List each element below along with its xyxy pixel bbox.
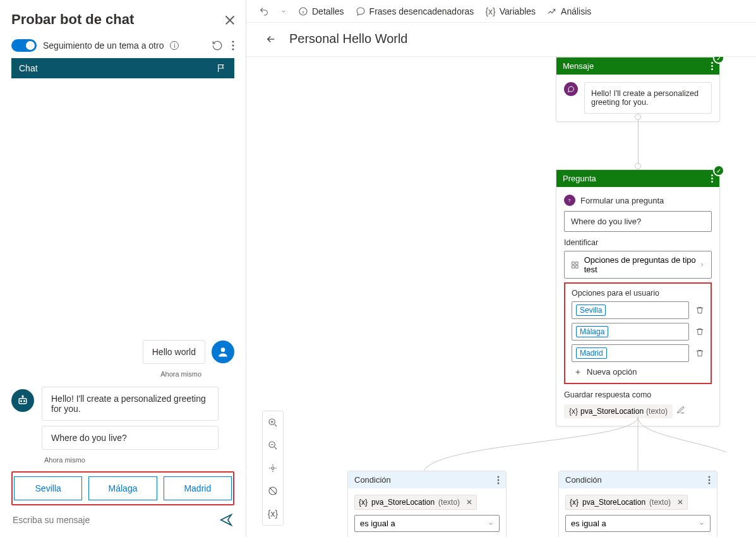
page-title: Personal Hello World: [289, 32, 408, 46]
user-options-section: Opciones para el usuario Sevilla Málaga …: [564, 282, 712, 384]
fit-button[interactable]: [263, 457, 283, 480]
option-input-2[interactable]: Málaga: [572, 323, 689, 341]
svg-point-19: [709, 482, 711, 484]
svg-point-15: [498, 479, 500, 481]
variables-panel-button[interactable]: {x}: [263, 502, 283, 525]
condition-header: Condición: [354, 475, 391, 485]
chat-body: Hello world Ahora mismo Hello! I'll crea…: [11, 78, 234, 531]
remove-icon[interactable]: ✕: [466, 498, 472, 507]
svg-point-2: [232, 48, 234, 50]
option-input-1[interactable]: Sevilla: [572, 301, 689, 319]
zoom-out-button[interactable]: [263, 434, 283, 457]
node-menu-icon[interactable]: [497, 476, 500, 485]
save-response-label: Guardar respuesta como: [564, 390, 712, 399]
zoom-in-button[interactable]: [263, 411, 283, 434]
question-text-input[interactable]: [564, 211, 712, 232]
condition-variable-chip[interactable]: {x}pva_StoreLocation (texto) ✕: [565, 495, 688, 510]
ask-question-label: Formular una pregunta: [580, 196, 664, 205]
svg-point-6: [24, 401, 25, 402]
svg-text:?: ?: [568, 198, 571, 203]
option-sevilla[interactable]: Sevilla: [14, 476, 82, 500]
svg-point-3: [221, 347, 225, 352]
operator-select[interactable]: es igual a: [565, 515, 711, 532]
svg-point-7: [22, 395, 23, 397]
condition-node-2[interactable]: Condición {x}pva_StoreLocation (texto) ✕…: [558, 471, 717, 537]
svg-point-16: [498, 482, 500, 484]
message-node[interactable]: ✓ Mensaje Hello! I'll create a personali…: [556, 57, 720, 122]
undo-button[interactable]: [259, 6, 269, 16]
new-option-button[interactable]: Nueva opción: [574, 367, 704, 377]
node-menu-icon[interactable]: [708, 476, 711, 485]
info-icon[interactable]: i: [170, 41, 179, 50]
question-node-header: Pregunta: [563, 174, 596, 183]
svg-rect-13: [575, 266, 578, 268]
flow-canvas[interactable]: ✓ Mensaje Hello! I'll create a personali…: [246, 57, 756, 537]
bot-message-1: Hello! I'll create a personalized greeti…: [42, 387, 219, 421]
connector-dot: [635, 114, 641, 120]
edit-icon[interactable]: [676, 406, 685, 414]
delete-icon[interactable]: [695, 349, 704, 358]
user-message-time: Ahora mismo: [11, 370, 201, 378]
close-icon[interactable]: [224, 15, 234, 25]
svg-point-0: [232, 40, 234, 42]
bot-message-2: Where do you live?: [42, 426, 219, 450]
quick-reply-options: Sevilla Málaga Madrid: [11, 471, 234, 505]
track-toggle[interactable]: [11, 39, 37, 52]
flag-icon[interactable]: [217, 63, 227, 73]
more-icon[interactable]: [232, 40, 234, 51]
svg-point-22: [272, 467, 274, 469]
identify-label: Identificar: [564, 238, 712, 247]
condition-node-1[interactable]: Condición {x}pva_StoreLocation (texto) ✕…: [347, 471, 507, 537]
remove-icon[interactable]: ✕: [677, 498, 683, 507]
question-node[interactable]: ✓ Pregunta ? Formular una pregunta Ident…: [556, 169, 720, 426]
details-button[interactable]: Detalles: [298, 6, 344, 16]
test-bot-panel: Probar bot de chat Seguimiento de un tem…: [0, 0, 246, 537]
authoring-canvas-panel: Detalles Frases desencadenadoras {x} Var…: [246, 0, 756, 537]
option-madrid[interactable]: Madrid: [164, 476, 232, 500]
identify-picker[interactable]: Opciones de preguntas de tipo test: [564, 251, 712, 279]
chevron-right-icon: [699, 262, 705, 268]
message-text[interactable]: Hello! I'll create a personalized greeti…: [584, 82, 712, 114]
delete-icon[interactable]: [695, 306, 704, 315]
node-menu-icon[interactable]: [711, 62, 713, 70]
svg-point-17: [709, 476, 711, 478]
svg-rect-10: [572, 262, 575, 265]
delete-icon[interactable]: [695, 327, 704, 336]
zoom-controls: {x}: [262, 411, 284, 526]
chat-bubble-icon: [564, 82, 578, 96]
send-icon[interactable]: [219, 513, 233, 527]
svg-rect-12: [572, 266, 575, 268]
analytics-button[interactable]: Análisis: [547, 6, 591, 16]
variable-chip[interactable]: {x} pva_StoreLocation (texto): [564, 404, 673, 418]
user-avatar-icon: [212, 341, 234, 363]
panel-title: Probar bot de chat: [11, 11, 134, 28]
top-toolbar: Detalles Frases desencadenadoras {x} Var…: [246, 0, 756, 23]
reset-icon[interactable]: [212, 40, 223, 51]
chevron-down-icon: [699, 521, 705, 527]
condition-variable-chip[interactable]: {x}pva_StoreLocation (texto) ✕: [354, 495, 477, 510]
node-menu-icon[interactable]: [711, 174, 713, 183]
svg-rect-11: [575, 262, 578, 265]
undo-dropdown[interactable]: [280, 8, 287, 15]
bot-avatar-icon: [11, 389, 34, 412]
option-input-3[interactable]: Madrid: [572, 344, 689, 362]
user-message: Hello world: [143, 340, 205, 364]
condition-header: Condición: [565, 475, 602, 485]
svg-point-14: [498, 476, 500, 478]
svg-point-1: [232, 44, 234, 46]
user-options-label: Opciones para el usuario: [572, 289, 704, 298]
question-icon: ?: [564, 195, 575, 206]
option-malaga[interactable]: Málaga: [88, 476, 157, 500]
svg-point-5: [21, 401, 22, 402]
back-arrow-icon[interactable]: [265, 33, 277, 45]
chevron-down-icon: [488, 521, 494, 527]
trigger-phrases-button[interactable]: Frases desencadenadoras: [356, 6, 474, 16]
operator-select[interactable]: es igual a: [354, 515, 500, 532]
connector-dot: [635, 163, 641, 169]
reset-view-button[interactable]: [263, 480, 283, 502]
bot-message-time: Ahora mismo: [44, 456, 234, 464]
track-label: Seguimiento de un tema a otro: [43, 40, 164, 51]
variables-button[interactable]: {x} Variables: [485, 6, 536, 16]
message-node-header: Mensaje: [563, 61, 594, 71]
message-input[interactable]: [13, 515, 219, 525]
